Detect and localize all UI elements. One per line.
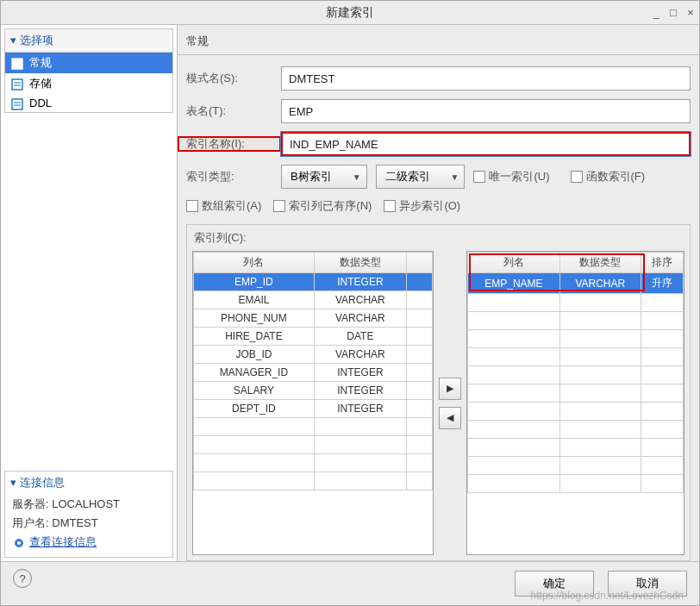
table-label: 表名(T): xyxy=(178,103,281,119)
column-header[interactable]: 数据类型 xyxy=(314,253,406,273)
index-type-label: 索引类型: xyxy=(178,169,281,184)
table-row[interactable] xyxy=(468,294,684,312)
sidebar-section: 选择项 常规存储DDL xyxy=(4,28,173,113)
table-row[interactable]: SALARYINTEGER xyxy=(194,382,433,400)
svg-rect-0 xyxy=(12,59,22,69)
table-row[interactable] xyxy=(194,436,433,454)
form-icon xyxy=(10,97,24,109)
connection-server: 服务器: LOCALHOST xyxy=(5,495,172,514)
table-row[interactable] xyxy=(468,475,684,493)
chevron-down-icon: ▼ xyxy=(451,172,459,182)
help-button[interactable]: ? xyxy=(13,569,32,588)
index-columns-caption: 索引列(C): xyxy=(187,225,690,251)
column-header[interactable]: 列名 xyxy=(468,253,560,273)
table-row[interactable] xyxy=(468,366,684,384)
sidebar-item-存储[interactable]: 存储 xyxy=(5,73,172,94)
close-icon[interactable]: × xyxy=(682,6,699,19)
table-row[interactable] xyxy=(194,454,433,472)
array-index-checkbox[interactable]: 数组索引(A) xyxy=(186,198,261,214)
window-title: 新建索引 xyxy=(53,5,647,21)
selected-columns-table[interactable]: 列名数据类型排序EMP_NAMEVARCHAR升序 xyxy=(466,251,684,555)
async-index-checkbox[interactable]: 异步索引(O) xyxy=(384,198,460,214)
dialog-footer: ? 确定 取消 https://blog.csdn.net/LovezhCsdn xyxy=(1,561,699,605)
table-row[interactable]: EMP_NAMEVARCHAR升序 xyxy=(468,273,684,294)
index-name-label: 索引名称(I): xyxy=(178,136,281,152)
index-type-dropdown[interactable]: B树索引▼ xyxy=(281,165,367,189)
add-column-button[interactable]: ▶ xyxy=(439,378,461,400)
table-row[interactable] xyxy=(468,348,684,366)
table-row[interactable] xyxy=(468,312,684,330)
connection-user: 用户名: DMTEST xyxy=(5,514,172,533)
sidebar-section-title[interactable]: 选择项 xyxy=(5,29,172,53)
sidebar: 选择项 常规存储DDL 连接信息 服务器: LOCALHOST 用户名: DMT… xyxy=(1,25,178,561)
sidebar-item-常规[interactable]: 常规 xyxy=(5,53,172,73)
schema-input[interactable] xyxy=(281,66,691,91)
main-panel: 常规 模式名(S): 表名(T): 索引名称(I): 索引类型: xyxy=(178,25,699,561)
table-row[interactable]: HIRE_DATEDATE xyxy=(194,328,433,346)
table-row[interactable]: MANAGER_IDINTEGER xyxy=(194,364,433,382)
table-row[interactable] xyxy=(194,418,433,436)
table-row[interactable] xyxy=(468,330,684,348)
table-row[interactable] xyxy=(468,384,684,403)
svg-point-10 xyxy=(17,541,21,545)
minimize-icon[interactable]: _ xyxy=(647,6,665,19)
table-row[interactable] xyxy=(194,472,433,490)
ordered-columns-checkbox[interactable]: 索引列已有序(N) xyxy=(273,198,372,214)
sidebar-item-ddl[interactable]: DDL xyxy=(5,94,172,112)
function-index-checkbox[interactable]: 函数索引(F) xyxy=(571,169,646,184)
index-columns-panel: 索引列(C): 列名数据类型EMP_IDINTEGEREMAILVARCHARP… xyxy=(186,224,691,561)
column-header[interactable]: 列名 xyxy=(194,253,315,273)
connection-info-panel: 连接信息 服务器: LOCALHOST 用户名: DMTEST 查看连接信息 xyxy=(4,471,173,558)
dialog-window: 新建索引 _ □ × 选择项 常规存储DDL 连接信息 服务器: LOCALHO… xyxy=(0,0,700,606)
view-connection-link[interactable]: 查看连接信息 xyxy=(5,533,172,552)
svg-rect-6 xyxy=(12,99,22,109)
column-header[interactable]: 数据类型 xyxy=(559,253,641,273)
index-name-input[interactable] xyxy=(281,132,691,156)
cancel-button[interactable]: 取消 xyxy=(608,571,687,597)
sidebar-item-label: DDL xyxy=(29,97,52,109)
table-row[interactable] xyxy=(468,421,684,439)
title-bar: 新建索引 _ □ × xyxy=(1,1,699,25)
table-row[interactable]: PHONE_NUMVARCHAR xyxy=(194,309,433,328)
table-row[interactable]: DEPT_IDINTEGER xyxy=(194,400,433,418)
table-row[interactable]: EMAILVARCHAR xyxy=(194,291,433,309)
table-input[interactable] xyxy=(281,99,691,123)
table-row[interactable] xyxy=(468,403,684,421)
table-row[interactable] xyxy=(468,439,684,457)
unique-index-checkbox[interactable]: 唯一索引(U) xyxy=(473,169,549,184)
tab-title: 常规 xyxy=(178,28,699,55)
maximize-icon[interactable]: □ xyxy=(665,6,682,19)
table-row[interactable]: EMP_IDINTEGER xyxy=(194,273,433,291)
sidebar-item-label: 存储 xyxy=(29,76,52,91)
table-row[interactable]: JOB_IDVARCHAR xyxy=(194,346,433,364)
column-header[interactable]: 排序 xyxy=(641,253,683,273)
chevron-down-icon: ▼ xyxy=(353,172,361,182)
table-row[interactable] xyxy=(468,457,684,475)
svg-rect-3 xyxy=(12,79,22,90)
available-columns-table[interactable]: 列名数据类型EMP_IDINTEGEREMAILVARCHARPHONE_NUM… xyxy=(192,251,434,555)
sidebar-item-label: 常规 xyxy=(29,55,52,71)
form-icon xyxy=(10,57,24,69)
form-icon xyxy=(10,78,24,90)
link-icon xyxy=(12,536,26,548)
connection-info-title[interactable]: 连接信息 xyxy=(5,472,172,495)
schema-label: 模式名(S): xyxy=(178,71,281,86)
ok-button[interactable]: 确定 xyxy=(515,571,594,597)
secondary-index-dropdown[interactable]: 二级索引▼ xyxy=(376,165,466,189)
remove-column-button[interactable]: ◀ xyxy=(439,407,461,429)
